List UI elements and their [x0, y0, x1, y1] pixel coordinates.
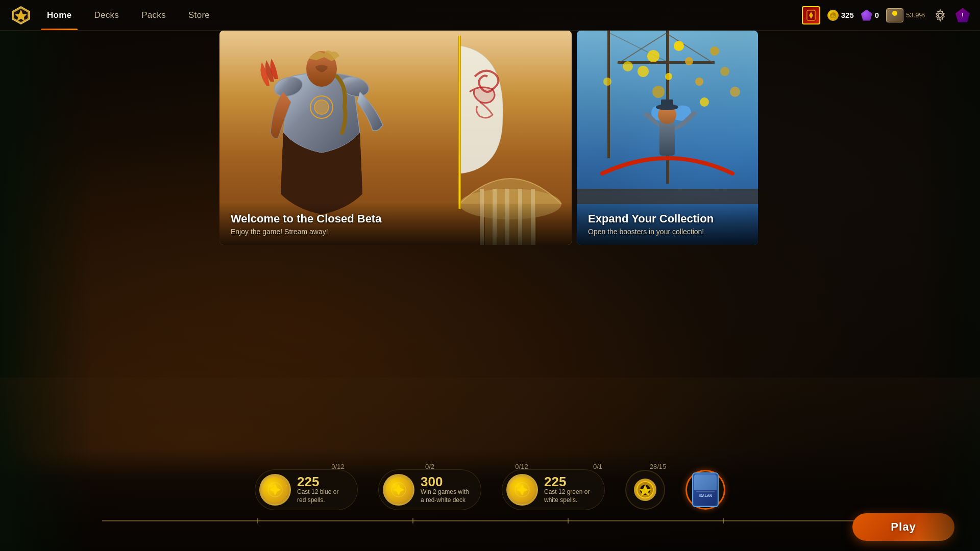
gold-coin-icon: G	[827, 10, 839, 21]
mtg-logo-reward	[634, 479, 656, 501]
quest-track-line	[102, 520, 878, 521]
svg-line-24	[618, 33, 666, 64]
gems-amount: 0	[875, 11, 879, 19]
quest-tick-4	[723, 518, 724, 523]
bg-left-foliage	[0, 0, 92, 551]
quest-reward-3: 225	[544, 475, 595, 488]
svg-point-40	[700, 97, 709, 107]
svg-point-29	[685, 57, 693, 65]
svg-point-28	[674, 41, 684, 51]
svg-point-32	[638, 66, 649, 77]
quest-info-1: 225 Cast 12 blue or red spells.	[297, 475, 348, 504]
quest-reward-1: 225	[297, 475, 348, 488]
secondary-card-title: Expand Your Collection	[588, 212, 747, 226]
svg-rect-22	[618, 61, 715, 64]
secondary-card-overlay: Expand Your Collection Open the boosters…	[577, 202, 758, 245]
gold-currency: G 325	[827, 10, 854, 21]
main-card-subtitle: Enjoy the game! Stream away!	[231, 228, 560, 236]
svg-point-37	[730, 87, 740, 97]
quest-reward-2: 300	[421, 475, 472, 488]
svg-point-38	[603, 78, 611, 86]
tab-home[interactable]: Home	[36, 0, 83, 30]
main-card-background: Welcome to the Closed Beta Enjoy the gam…	[219, 31, 572, 245]
bg-right-foliage	[919, 0, 980, 551]
quest-tick-1	[257, 518, 258, 523]
quest-item-3[interactable]: 225 Cast 12 green or white spells.	[502, 469, 605, 510]
featured-area: Welcome to the Closed Beta Enjoy the gam…	[219, 31, 761, 245]
quest-item-1[interactable]: 225 Cast 12 blue or red spells.	[255, 469, 358, 510]
quest-coin-icon-2	[383, 474, 414, 506]
quest-desc-1: Cast 12 blue or red spells.	[297, 488, 348, 504]
svg-point-30	[647, 50, 659, 62]
feature-card-secondary[interactable]: Expand Your Collection Open the boosters…	[577, 31, 758, 245]
svg-point-17	[314, 100, 329, 114]
quest-coin-icon-1	[259, 474, 291, 506]
vault-percentage: 53.9%	[906, 11, 925, 19]
main-card-overlay: Welcome to the Closed Beta Enjoy the gam…	[219, 202, 572, 245]
secondary-card-background: Expand Your Collection Open the boosters…	[577, 31, 758, 245]
play-button-label: Play	[891, 520, 916, 534]
quest-desc-3: Cast 12 green or white spells.	[544, 488, 595, 504]
svg-point-31	[710, 46, 719, 56]
tab-decks[interactable]: Decks	[83, 0, 130, 30]
svg-rect-41	[659, 120, 675, 156]
quest-item-5[interactable]: IXALAN	[685, 470, 725, 510]
quest-item-4[interactable]	[625, 470, 665, 510]
secondary-card-subtitle: Open the boosters in your collection!	[588, 228, 747, 236]
quest-tick-2	[412, 518, 413, 523]
feature-card-main[interactable]: Welcome to the Closed Beta Enjoy the gam…	[219, 31, 572, 245]
nav-tabs: Home Decks Packs Store	[36, 0, 221, 30]
vault-icon	[886, 8, 903, 22]
quest-desc-2: Win 2 games with a red-white deck	[421, 488, 472, 504]
svg-rect-15	[458, 36, 461, 209]
svg-point-35	[720, 67, 729, 76]
quest-tick-3	[568, 518, 569, 523]
vault-item[interactable]: 53.9%	[886, 8, 925, 22]
mtg-arena-logo[interactable]	[10, 5, 32, 26]
card-icon-button[interactable]	[802, 6, 820, 24]
quest-item-2[interactable]: 300 Win 2 games with a red-white deck	[378, 469, 481, 510]
quest-coin-icon-3	[506, 474, 538, 506]
gems-currency: 0	[861, 10, 879, 21]
tab-packs[interactable]: Packs	[130, 0, 177, 30]
quest-row: 225 Cast 12 blue or red spells. 300 Win …	[255, 469, 725, 510]
main-card-title: Welcome to the Closed Beta	[231, 212, 560, 226]
svg-point-6	[938, 13, 942, 17]
svg-rect-44	[661, 99, 673, 108]
svg-point-39	[652, 86, 665, 98]
flag-element	[408, 36, 510, 216]
svg-point-33	[695, 78, 703, 86]
svg-rect-23	[607, 31, 610, 158]
quest-info-3: 225 Cast 12 green or white spells.	[544, 475, 595, 504]
gold-amount: 325	[841, 11, 854, 19]
svg-point-36	[665, 73, 672, 80]
bottom-section: 0/12 0/2 0/12 0/1 28/15 225 Cast 12 blue…	[0, 449, 980, 551]
svg-point-34	[623, 61, 633, 71]
nav-right-items: G 325 0 53.9% !	[802, 6, 970, 24]
gem-icon	[861, 10, 872, 21]
navbar: Home Decks Packs Store G 325 0	[0, 0, 980, 31]
svg-text:!: !	[962, 12, 964, 18]
tab-store[interactable]: Store	[177, 0, 221, 30]
booster-pack-icon: IXALAN	[692, 472, 719, 507]
quest-info-2: 300 Win 2 games with a red-white deck	[421, 475, 472, 504]
settings-button[interactable]	[932, 7, 948, 23]
alert-icon[interactable]: !	[955, 8, 970, 22]
svg-text:G: G	[831, 13, 835, 18]
